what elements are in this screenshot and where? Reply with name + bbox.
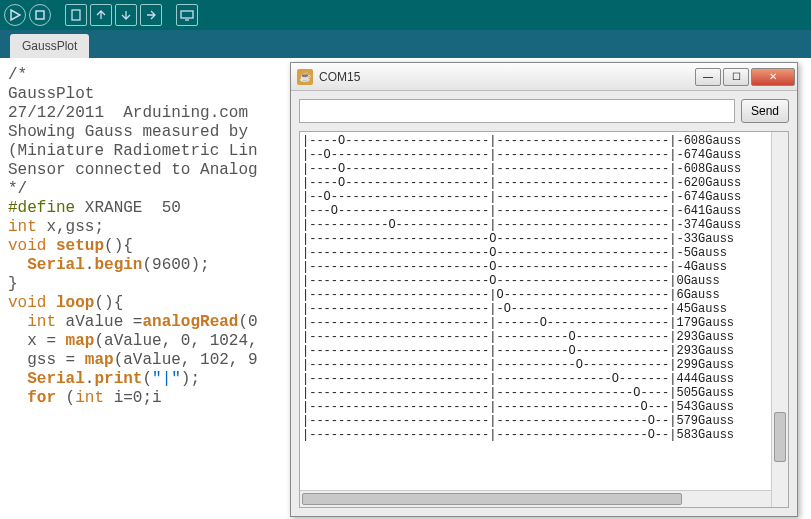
vertical-scroll-thumb[interactable] bbox=[774, 412, 786, 462]
svg-marker-0 bbox=[11, 10, 20, 20]
horizontal-scrollbar[interactable] bbox=[300, 490, 771, 507]
serial-input[interactable] bbox=[299, 99, 735, 123]
tab-gaussplot[interactable]: GaussPlot bbox=[10, 34, 89, 58]
serial-output: |----O--------------------|-------------… bbox=[300, 132, 771, 507]
svg-rect-2 bbox=[72, 10, 80, 20]
open-button[interactable] bbox=[90, 4, 112, 26]
tab-strip: GaussPlot bbox=[0, 30, 811, 58]
java-icon: ☕ bbox=[297, 69, 313, 85]
stop-button[interactable] bbox=[29, 4, 51, 26]
svg-rect-1 bbox=[36, 11, 44, 19]
new-button[interactable] bbox=[65, 4, 87, 26]
maximize-button[interactable]: ☐ bbox=[723, 68, 749, 86]
toolbar bbox=[0, 0, 811, 30]
upload-button[interactable] bbox=[140, 4, 162, 26]
serial-monitor-button[interactable] bbox=[176, 4, 198, 26]
verify-button[interactable] bbox=[4, 4, 26, 26]
send-button[interactable]: Send bbox=[741, 99, 789, 123]
close-button[interactable]: ✕ bbox=[751, 68, 795, 86]
serial-monitor-window: ☕ COM15 — ☐ ✕ Send |----O---------------… bbox=[290, 62, 798, 517]
svg-rect-3 bbox=[181, 11, 193, 18]
save-button[interactable] bbox=[115, 4, 137, 26]
horizontal-scroll-thumb[interactable] bbox=[302, 493, 682, 505]
vertical-scrollbar[interactable] bbox=[771, 132, 788, 507]
serial-titlebar[interactable]: ☕ COM15 — ☐ ✕ bbox=[291, 63, 797, 91]
minimize-button[interactable]: — bbox=[695, 68, 721, 86]
serial-window-title: COM15 bbox=[319, 70, 695, 84]
